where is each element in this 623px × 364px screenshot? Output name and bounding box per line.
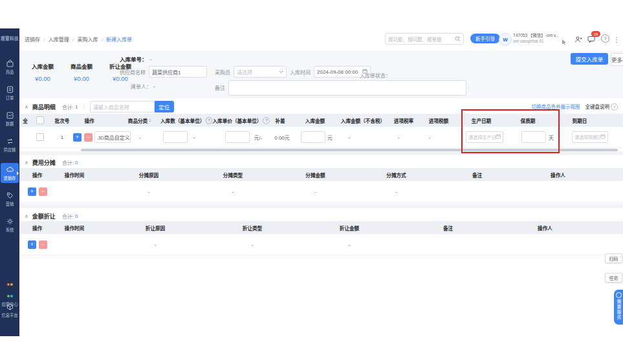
discount-table-row: + − - - - xyxy=(19,234,623,255)
amount-suffix: 元 xyxy=(325,127,334,147)
locate-button[interactable]: 定位 xyxy=(155,101,174,112)
fee-type: - xyxy=(191,181,275,202)
fee-reason: - xyxy=(107,181,191,202)
discount-reason: - xyxy=(107,234,204,255)
supplier-input[interactable]: 蔬菜供应商1 xyxy=(149,66,207,78)
total-value: 0 xyxy=(75,160,78,166)
breadcrumb-separator: / xyxy=(102,37,103,43)
add-row-button[interactable]: + xyxy=(28,187,36,196)
sidebar-item-supply-chain[interactable]: 供应链 xyxy=(0,137,19,153)
product-search-input[interactable]: 请输入商品名称 xyxy=(90,101,155,112)
remark-label: 备注 xyxy=(215,84,225,91)
qty-input[interactable] xyxy=(163,131,188,143)
product-search-placeholder: 请输入商品名称 xyxy=(93,103,129,111)
col-amount: 入库金额 xyxy=(294,114,336,127)
col-operator: 操作人 xyxy=(498,221,592,234)
breadcrumb-item[interactable]: 采购入库 xyxy=(77,37,98,43)
add-row-button[interactable]: + xyxy=(28,241,36,249)
qty-dash: - xyxy=(189,127,199,147)
col-reason: 分摊原因 xyxy=(107,168,191,181)
sidebar-item-inventory[interactable]: 进销存 xyxy=(1,163,19,183)
sidebar-item-goods[interactable]: 商品 xyxy=(0,59,19,75)
task-button[interactable]: 任务 xyxy=(605,273,622,283)
message-icon[interactable]: 29 xyxy=(587,34,596,46)
info-icon: ? xyxy=(611,103,618,111)
collapse-icon[interactable]: ∧ xyxy=(25,213,28,219)
sidebar-item-marketing[interactable]: 营销 xyxy=(0,191,19,207)
user-name: T47053 【微信】-om v... xyxy=(513,32,558,38)
total-value: 1 xyxy=(75,104,78,110)
breadcrumb-item[interactable]: 入库管理 xyxy=(49,37,69,43)
col-checkbox[interactable] xyxy=(31,114,49,127)
sidebar: 理慧科技 商品 订单 数据 供应链 进销存 营销 系统 xyxy=(0,28,19,336)
expire-date-input[interactable]: 请选择到期日 xyxy=(572,131,608,143)
col-op-time: 操作时间 xyxy=(55,221,94,234)
prod-date-input[interactable]: 请选择生产日期 xyxy=(466,131,503,143)
order-no-value: - xyxy=(150,56,152,62)
content-area: ∧ 商品明细 合计: 1 | 请输入商品名称 定位 切换商品合并展示视图 全键盘… xyxy=(19,98,623,343)
user-info[interactable]: T47053 【微信】-om v... om vanqinhai 01 xyxy=(513,32,558,44)
remove-row-button[interactable]: − xyxy=(39,187,47,196)
breadcrumb-item[interactable]: 进销存 xyxy=(25,37,40,43)
prod-date-placeholder: 请选择生产日期 xyxy=(468,134,496,140)
more-menu-icon[interactable]: ⋮ xyxy=(613,33,620,45)
more-actions-button[interactable]: 更多功能 xyxy=(611,53,623,66)
submit-inbound-button[interactable]: 提交入库单 xyxy=(571,53,608,65)
guide-button[interactable]: 新手引导 xyxy=(470,34,500,43)
row-checkbox[interactable] xyxy=(36,133,44,141)
col-amount: 分摊金额 xyxy=(275,168,356,181)
col-tax-rate: 进项税率 xyxy=(389,114,418,127)
keyboard-help-link[interactable]: 全键盘说明 xyxy=(585,104,610,110)
arrows-icon xyxy=(0,137,19,145)
metric-label: 商品金额 xyxy=(65,62,98,70)
select-all-checkbox[interactable] xyxy=(36,116,44,124)
buyer-label: 采购员 xyxy=(215,69,230,76)
metric-goods-amount: 商品金额 ¥0.00 xyxy=(65,62,98,82)
total-label: 合计: xyxy=(62,213,74,220)
global-search-input[interactable]: 搜功能、搜问题、搜单据 xyxy=(385,33,464,45)
document-icon xyxy=(0,85,19,94)
collapse-icon[interactable]: ∧ xyxy=(25,104,28,110)
sidebar-item-info-platform[interactable]: 信息平台 xyxy=(0,303,19,318)
remove-row-button[interactable]: − xyxy=(39,241,47,249)
shelf-life-input[interactable] xyxy=(521,131,546,143)
col-price: 入库单价（基本单位）? xyxy=(212,114,270,127)
app-frame: 理慧科技 商品 订单 数据 供应链 进销存 营销 系统 xyxy=(0,28,623,343)
tag-icon xyxy=(0,191,19,200)
row-operations: + − xyxy=(71,127,94,147)
avatar[interactable]: W xyxy=(499,33,512,46)
col-amount-notax: 入库金额（不含税） xyxy=(336,114,389,127)
service-tab[interactable]: 需要服务 xyxy=(614,290,623,325)
price-suffix: 元/- xyxy=(250,127,267,147)
sidebar-item-orders[interactable]: 订单 xyxy=(0,85,19,101)
buyer-select[interactable]: 请选择 xyxy=(234,66,287,78)
app-center-icon xyxy=(6,277,13,299)
toggle-merge-view-link[interactable]: 切换商品合并展示视图 xyxy=(531,104,580,110)
add-user-icon[interactable] xyxy=(574,34,582,46)
metric-value: ¥0.00 xyxy=(65,75,98,82)
col-category[interactable]: 商品分类 xyxy=(114,114,166,127)
amount-input[interactable] xyxy=(301,131,325,143)
help-icon[interactable]: ? xyxy=(601,34,609,43)
price-input[interactable] xyxy=(225,131,250,143)
supplier-label: 供应商名称 xyxy=(120,69,146,76)
product-section-title: 商品明细 xyxy=(32,103,56,111)
col-remark: 备注 xyxy=(398,221,498,234)
search-icon xyxy=(455,33,461,45)
remark-textarea[interactable] xyxy=(228,80,466,96)
fee-section-title: 费用分摊 xyxy=(32,158,56,167)
total-label: 合计: xyxy=(62,103,74,111)
more-actions-label: 更多功能 xyxy=(611,56,623,63)
sidebar-item-system[interactable]: 系统 xyxy=(0,217,19,233)
sidebar-item-data[interactable]: 数据 xyxy=(0,111,19,127)
gear-icon xyxy=(0,217,19,226)
scan-button[interactable]: 扫码 xyxy=(605,253,622,263)
add-row-button[interactable]: + xyxy=(73,133,82,142)
product-name-input[interactable]: JD商品自定义 xyxy=(94,131,131,143)
sidebar-item-label: 订单 xyxy=(1,94,19,100)
order-summary-band: 入库金额 ¥0.00 商品金额 ¥0.00 折让金额 ¥0.00 入库单号： -… xyxy=(19,50,623,98)
bag-icon xyxy=(0,59,19,68)
remove-row-button[interactable]: − xyxy=(84,133,93,142)
collapse-icon[interactable]: ∧ xyxy=(25,160,28,166)
tax-rate-value: - xyxy=(389,127,408,147)
